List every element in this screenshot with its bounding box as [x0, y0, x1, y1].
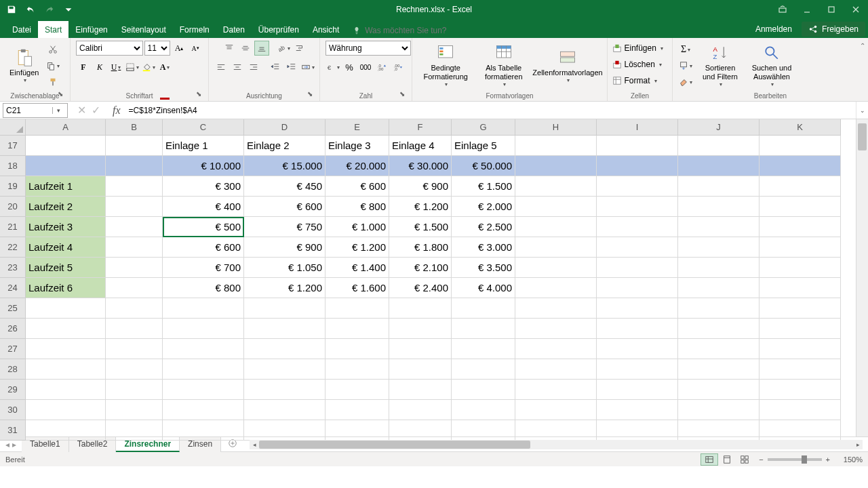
normal-view-button[interactable]: [701, 453, 718, 466]
row-header-20[interactable]: 20: [0, 197, 26, 217]
cell-D31[interactable]: [244, 420, 326, 441]
cell-E29[interactable]: [326, 380, 389, 400]
increase-decimal[interactable]: ,0,00: [374, 60, 389, 75]
cell-J18[interactable]: [678, 156, 760, 176]
cell-I29[interactable]: [597, 380, 678, 400]
cell-E18[interactable]: € 20.000: [326, 156, 389, 176]
cell-E21[interactable]: € 1.000: [326, 217, 389, 237]
cell-B26[interactable]: [106, 319, 163, 339]
cell-F30[interactable]: [389, 400, 452, 420]
cell-A20[interactable]: Laufzeit 2: [26, 197, 106, 217]
cell-B19[interactable]: [106, 176, 163, 197]
cell-H27[interactable]: [515, 339, 597, 359]
row-header-29[interactable]: 29: [0, 380, 26, 400]
tab-data[interactable]: Daten: [216, 21, 252, 38]
wrap-text-button[interactable]: [292, 41, 307, 56]
cell-B25[interactable]: [106, 298, 163, 319]
cell-D28[interactable]: [244, 359, 326, 380]
cell-K20[interactable]: [760, 197, 841, 217]
cell-F31[interactable]: [389, 420, 452, 441]
cell-C27[interactable]: [163, 339, 244, 359]
copy-button[interactable]: ▾: [45, 58, 60, 73]
row-header-22[interactable]: 22: [0, 237, 26, 258]
cell-C20[interactable]: € 400: [163, 197, 244, 217]
vscroll-thumb[interactable]: [858, 123, 867, 150]
cell-B31[interactable]: [106, 420, 163, 441]
decrease-decimal[interactable]: ,00,0: [391, 60, 406, 75]
clipboard-dialog-launcher[interactable]: ⬊: [56, 90, 64, 98]
cell-I22[interactable]: [597, 237, 678, 258]
column-header-K[interactable]: K: [760, 119, 841, 136]
cell-G25[interactable]: [452, 298, 515, 319]
cell-D23[interactable]: € 1.050: [244, 258, 326, 278]
cell-E26[interactable]: [326, 319, 389, 339]
cell-K23[interactable]: [760, 258, 841, 278]
merge-button[interactable]: ▾: [300, 60, 315, 75]
font-size-combo[interactable]: 11: [144, 41, 170, 56]
cell-K31[interactable]: [760, 420, 841, 441]
cell-B30[interactable]: [106, 400, 163, 420]
cell-K25[interactable]: [760, 298, 841, 319]
cell-G27[interactable]: [452, 339, 515, 359]
row-header-30[interactable]: 30: [0, 400, 26, 420]
decrease-font-button[interactable]: A▾: [188, 41, 203, 56]
cell-D29[interactable]: [244, 380, 326, 400]
cell-I25[interactable]: [597, 298, 678, 319]
cell-D17[interactable]: Einlage 2: [244, 136, 326, 156]
redo-button[interactable]: [42, 2, 57, 17]
cell-K19[interactable]: [760, 176, 841, 197]
underline-button[interactable]: U▾: [108, 60, 123, 75]
cell-I27[interactable]: [597, 339, 678, 359]
cell-A18[interactable]: [26, 156, 106, 176]
tab-file[interactable]: Datei: [5, 21, 38, 38]
format-as-table-button[interactable]: Als Tabelle formatieren▾: [476, 41, 531, 91]
cell-C30[interactable]: [163, 400, 244, 420]
fill-color-button[interactable]: ▾: [141, 60, 156, 75]
cell-K26[interactable]: [760, 319, 841, 339]
fill-button[interactable]: ▾: [678, 58, 693, 73]
number-dialog-launcher[interactable]: ⬊: [398, 90, 406, 98]
cell-F19[interactable]: € 900: [389, 176, 452, 197]
cell-D30[interactable]: [244, 400, 326, 420]
cell-A21[interactable]: Laufzeit 3: [26, 217, 106, 237]
cell-C31[interactable]: [163, 420, 244, 441]
sheet-nav-prev[interactable]: ◂: [5, 440, 9, 449]
align-center[interactable]: [230, 60, 245, 75]
cell-K22[interactable]: [760, 237, 841, 258]
cell-D27[interactable]: [244, 339, 326, 359]
formula-bar-input[interactable]: [126, 103, 856, 118]
font-dialog-launcher[interactable]: ⬊: [195, 90, 203, 98]
cell-E20[interactable]: € 800: [326, 197, 389, 217]
hscroll-thumb[interactable]: [259, 441, 530, 449]
cell-F20[interactable]: € 1.200: [389, 197, 452, 217]
tab-view[interactable]: Ansicht: [306, 21, 346, 38]
cell-G24[interactable]: € 4.000: [452, 278, 515, 298]
cell-C29[interactable]: [163, 380, 244, 400]
row-header-31[interactable]: 31: [0, 420, 26, 441]
increase-indent[interactable]: [284, 60, 299, 75]
italic-button[interactable]: K: [92, 60, 107, 75]
cell-B17[interactable]: [106, 136, 163, 156]
cell-E19[interactable]: € 600: [326, 176, 389, 197]
cell-I24[interactable]: [597, 278, 678, 298]
column-header-F[interactable]: F: [389, 119, 452, 136]
cell-J27[interactable]: [678, 339, 760, 359]
cell-H25[interactable]: [515, 298, 597, 319]
cell-G17[interactable]: Einlage 5: [452, 136, 515, 156]
page-break-view-button[interactable]: [736, 453, 753, 466]
cell-K30[interactable]: [760, 400, 841, 420]
cell-E25[interactable]: [326, 298, 389, 319]
cell-K18[interactable]: [760, 156, 841, 176]
cell-J29[interactable]: [678, 380, 760, 400]
cell-A22[interactable]: Laufzeit 4: [26, 237, 106, 258]
cell-D25[interactable]: [244, 298, 326, 319]
cell-A29[interactable]: [26, 380, 106, 400]
close-button[interactable]: [844, 0, 868, 19]
zoom-in-button[interactable]: +: [826, 455, 830, 464]
cell-C22[interactable]: € 600: [163, 237, 244, 258]
cell-C21[interactable]: € 500: [163, 217, 244, 237]
signin-button[interactable]: Anmelden: [746, 20, 802, 38]
cell-B23[interactable]: [106, 258, 163, 278]
cell-C23[interactable]: € 700: [163, 258, 244, 278]
column-header-C[interactable]: C: [163, 119, 244, 136]
